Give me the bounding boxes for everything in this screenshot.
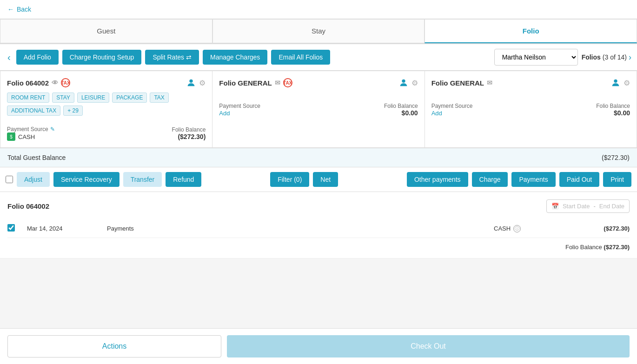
tag-more[interactable]: + 29 (63, 106, 83, 116)
tabs-row: Guest Stay Folio (0, 19, 637, 44)
print-button[interactable]: Print (603, 172, 631, 187)
folio-2-icons: ⚙ (398, 78, 418, 88)
folio-select: Martha Neilson Folios (3 of 14) › (494, 49, 631, 66)
add-payment-3[interactable]: Add (431, 110, 442, 117)
transfer-button[interactable]: Transfer (123, 172, 162, 187)
manage-charges-button[interactable]: Manage Charges (203, 50, 267, 65)
service-recovery-button[interactable]: Service Recovery (53, 172, 119, 187)
folio-1-title-text: Folio 064002 (7, 79, 49, 87)
email-folios-button[interactable]: Email All Folios (271, 50, 330, 65)
gear-icon-3[interactable]: ⚙ (624, 79, 630, 87)
filter-button[interactable]: Filter (0) (270, 172, 309, 187)
paid-out-button[interactable]: Paid Out (559, 172, 599, 187)
folio-detail-title: Folio 064002 (7, 202, 49, 210)
info-icon[interactable]: ⓘ (513, 225, 521, 232)
action-toolbar: Adjust Service Recovery Transfer Refund … (0, 167, 637, 192)
person-icon-3 (610, 78, 621, 88)
folio-balance-footer: Folio Balance ($272.30) (7, 238, 630, 251)
folio-3-title: Folio GENERAL ✉ (431, 79, 492, 87)
folio-2-footer: Payment Source Add Folio Balance $0.00 (219, 99, 418, 117)
tab-stay[interactable]: Stay (212, 19, 425, 43)
folio-balance-label-3: Folio Balance (596, 103, 630, 109)
folio-2-title: Folio GENERAL ✉ TAX (219, 78, 292, 87)
folio-card-2: Folio GENERAL ✉ TAX ⚙ Payment Source Add… (212, 71, 424, 148)
transaction-description: Payments (107, 225, 488, 232)
guest-dropdown[interactable]: Martha Neilson (494, 49, 578, 66)
row-checkbox[interactable] (7, 224, 15, 232)
other-payments-button[interactable]: Other payments (407, 172, 468, 187)
folio-card-3: Folio GENERAL ✉ ⚙ Payment Source Add Fol… (425, 71, 637, 148)
eye-icon[interactable]: 👁 (52, 79, 58, 86)
folio-1-icons: ⚙ (186, 78, 206, 88)
svg-point-2 (614, 79, 617, 83)
svg-point-0 (190, 79, 193, 83)
folio-count: Folios (3 of 14) › (582, 53, 631, 62)
transaction-method: CASH ⓘ (494, 225, 568, 232)
payments-button[interactable]: Payments (511, 172, 555, 187)
transaction-amount: ($272.30) (574, 225, 630, 232)
net-button[interactable]: Net (313, 172, 338, 187)
payment-method-1: CASH (18, 133, 35, 140)
back-arrow-icon: ← (7, 6, 14, 13)
add-folio-button[interactable]: Add Folio (16, 50, 59, 65)
folio-card-3-header: Folio GENERAL ✉ ⚙ (431, 78, 630, 88)
total-balance-amount: ($272.30) (602, 154, 630, 161)
charge-routing-button[interactable]: Charge Routing Setup (62, 50, 142, 65)
next-folio-arrow[interactable]: › (629, 53, 631, 62)
folio-cards: Folio 064002 👁 TAX ⚙ ROOM RENT STAY LEIS… (0, 71, 637, 148)
payment-source-label-2: Payment Source (219, 103, 260, 109)
split-rates-label: Split Rates (153, 53, 184, 61)
ps-label-text-1: Payment Source (7, 126, 48, 132)
row-checkbox-cell (7, 224, 21, 233)
folio-balance-footer-amount: ($272.30) (604, 244, 630, 251)
folio-2-title-text: Folio GENERAL (219, 79, 272, 87)
split-rates-icon: ⇄ (186, 53, 192, 61)
folio-1-title: Folio 064002 👁 TAX (7, 78, 70, 87)
cash-row-1: $ CASH (7, 132, 55, 141)
folio-balance-label-2: Folio Balance (384, 103, 418, 109)
transaction-method-text: CASH (494, 225, 511, 232)
tag-room-rent[interactable]: ROOM RENT (7, 93, 49, 103)
date-separator: - (593, 203, 595, 210)
folio-1-tags: ROOM RENT STAY LEISURE PACKAGE TAX ADDIT… (7, 93, 206, 116)
back-link[interactable]: ← Back (7, 6, 630, 13)
folios-count-value: (3 of 14) (603, 53, 627, 61)
folio-card-1-header: Folio 064002 👁 TAX ⚙ (7, 78, 206, 88)
bottom-spacer (0, 258, 637, 291)
tab-guest[interactable]: Guest (0, 19, 212, 43)
tax-badge-icon: TAX (61, 78, 70, 87)
total-balance-row: Total Guest Balance ($272.30) (0, 148, 637, 167)
tag-tax[interactable]: TAX (150, 93, 168, 103)
tag-leisure[interactable]: LEISURE (77, 93, 109, 103)
refund-button[interactable]: Refund (166, 172, 201, 187)
tab-folio[interactable]: Folio (425, 19, 637, 43)
gear-icon[interactable]: ⚙ (199, 79, 206, 87)
tag-additional-tax[interactable]: ADDITIONAL TAX (7, 106, 60, 116)
adjust-button[interactable]: Adjust (17, 172, 50, 187)
toolbar: ‹ Add Folio Charge Routing Setup Split R… (0, 44, 637, 71)
tag-package[interactable]: PACKAGE (112, 93, 147, 103)
end-date-placeholder: End Date (599, 203, 624, 210)
folio-balance-label-1: Folio Balance (172, 126, 206, 133)
top-nav: ← Back (0, 0, 637, 19)
folio-balance-1: Folio Balance ($272.30) (172, 126, 206, 140)
prev-folio-button[interactable]: ‹ (6, 50, 13, 65)
folio-3-footer: Payment Source Add Folio Balance $0.00 (431, 99, 630, 117)
folio-3-title-text: Folio GENERAL (431, 79, 484, 87)
edit-payment-icon-1[interactable]: ✎ (50, 126, 55, 132)
select-all-checkbox[interactable] (6, 176, 13, 183)
gear-icon-2[interactable]: ⚙ (411, 79, 418, 87)
folio-1-footer: Payment Source ✎ $ CASH Folio Balance ($… (7, 122, 206, 141)
tag-stay[interactable]: STAY (52, 93, 74, 103)
date-range-picker[interactable]: 📅 Start Date - End Date (546, 199, 630, 213)
folio-balance-amount-1: ($272.30) (172, 133, 206, 140)
folio-balance-footer-label: Folio Balance (565, 244, 602, 251)
mail-icon-2: ✉ (275, 79, 280, 86)
folio-balance-amount-3: $0.00 (596, 109, 630, 117)
transaction-date: Mar 14, 2024 (27, 225, 101, 232)
split-rates-button[interactable]: Split Rates ⇄ (145, 50, 199, 65)
charge-button[interactable]: Charge (472, 172, 508, 187)
add-payment-2[interactable]: Add (219, 110, 230, 117)
total-balance-label: Total Guest Balance (7, 154, 66, 161)
folio-3-icons: ⚙ (610, 78, 630, 88)
